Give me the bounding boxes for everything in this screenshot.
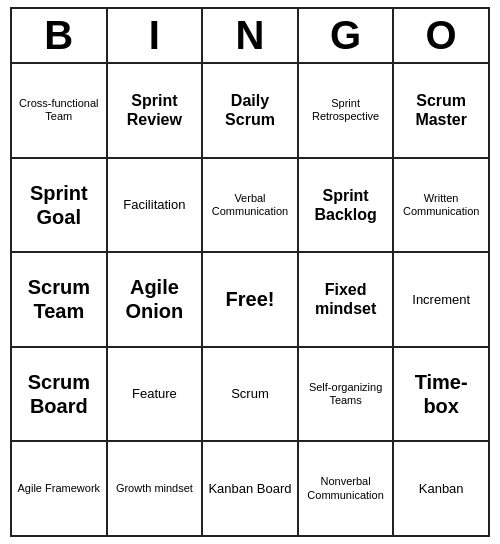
cell-text-3-1: Feature xyxy=(132,386,177,402)
cell-text-3-0: Scrum Board xyxy=(16,370,102,418)
bingo-header: BINGO xyxy=(12,9,488,64)
bingo-cell-4-1: Growth mindset xyxy=(108,442,204,535)
bingo-grid: Cross-functional TeamSprint ReviewDaily … xyxy=(12,64,488,535)
bingo-cell-4-3: Nonverbal Communication xyxy=(299,442,395,535)
cell-text-2-0: Scrum Team xyxy=(16,275,102,323)
bingo-cell-1-1: Facilitation xyxy=(108,159,204,252)
cell-text-4-3: Nonverbal Communication xyxy=(303,475,389,501)
cell-text-1-2: Verbal Communication xyxy=(207,192,293,218)
cell-text-1-3: Sprint Backlog xyxy=(303,186,389,224)
bingo-cell-0-0: Cross-functional Team xyxy=(12,64,108,157)
cell-text-0-2: Daily Scrum xyxy=(207,91,293,129)
bingo-cell-0-3: Sprint Retrospective xyxy=(299,64,395,157)
bingo-cell-1-4: Written Communication xyxy=(394,159,488,252)
bingo-cell-0-1: Sprint Review xyxy=(108,64,204,157)
bingo-row-3: Scrum BoardFeatureScrumSelf-organizing T… xyxy=(12,348,488,443)
cell-text-0-3: Sprint Retrospective xyxy=(303,97,389,123)
header-letter-O: O xyxy=(394,9,488,62)
bingo-row-1: Sprint GoalFacilitationVerbal Communicat… xyxy=(12,159,488,254)
cell-text-2-2: Free! xyxy=(226,287,275,311)
header-letter-B: B xyxy=(12,9,108,62)
cell-text-3-2: Scrum xyxy=(231,386,269,402)
bingo-cell-0-4: Scrum Master xyxy=(394,64,488,157)
bingo-cell-4-0: Agile Framework xyxy=(12,442,108,535)
cell-text-2-1: Agile Onion xyxy=(112,275,198,323)
bingo-cell-4-2: Kanban Board xyxy=(203,442,299,535)
cell-text-1-1: Facilitation xyxy=(123,197,185,213)
bingo-cell-1-0: Sprint Goal xyxy=(12,159,108,252)
bingo-cell-4-4: Kanban xyxy=(394,442,488,535)
bingo-cell-2-0: Scrum Team xyxy=(12,253,108,346)
bingo-cell-2-4: Increment xyxy=(394,253,488,346)
cell-text-3-4: Time-box xyxy=(398,370,484,418)
cell-text-4-2: Kanban Board xyxy=(208,481,291,497)
bingo-cell-3-3: Self-organizing Teams xyxy=(299,348,395,441)
bingo-cell-3-1: Feature xyxy=(108,348,204,441)
cell-text-4-4: Kanban xyxy=(419,481,464,497)
bingo-cell-2-3: Fixed mindset xyxy=(299,253,395,346)
bingo-row-0: Cross-functional TeamSprint ReviewDaily … xyxy=(12,64,488,159)
bingo-cell-2-1: Agile Onion xyxy=(108,253,204,346)
header-letter-N: N xyxy=(203,9,299,62)
bingo-cell-0-2: Daily Scrum xyxy=(203,64,299,157)
cell-text-1-0: Sprint Goal xyxy=(16,181,102,229)
bingo-cell-1-3: Sprint Backlog xyxy=(299,159,395,252)
bingo-row-2: Scrum TeamAgile OnionFree!Fixed mindsetI… xyxy=(12,253,488,348)
bingo-card: BINGO Cross-functional TeamSprint Review… xyxy=(10,7,490,537)
bingo-cell-3-2: Scrum xyxy=(203,348,299,441)
bingo-cell-2-2: Free! xyxy=(203,253,299,346)
bingo-cell-1-2: Verbal Communication xyxy=(203,159,299,252)
cell-text-2-3: Fixed mindset xyxy=(303,280,389,318)
cell-text-0-4: Scrum Master xyxy=(398,91,484,129)
cell-text-4-1: Growth mindset xyxy=(116,482,193,495)
header-letter-I: I xyxy=(108,9,204,62)
cell-text-4-0: Agile Framework xyxy=(18,482,101,495)
bingo-row-4: Agile FrameworkGrowth mindsetKanban Boar… xyxy=(12,442,488,535)
cell-text-0-0: Cross-functional Team xyxy=(16,97,102,123)
cell-text-3-3: Self-organizing Teams xyxy=(303,381,389,407)
bingo-cell-3-0: Scrum Board xyxy=(12,348,108,441)
cell-text-1-4: Written Communication xyxy=(398,192,484,218)
cell-text-0-1: Sprint Review xyxy=(112,91,198,129)
cell-text-2-4: Increment xyxy=(412,292,470,308)
bingo-cell-3-4: Time-box xyxy=(394,348,488,441)
header-letter-G: G xyxy=(299,9,395,62)
